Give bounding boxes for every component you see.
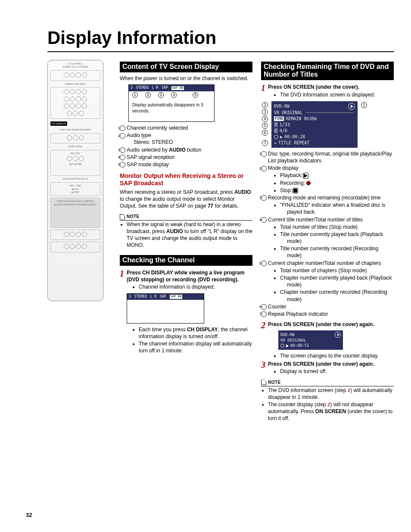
legend-text: Current chapter number/Total number of c… bbox=[268, 260, 381, 266]
bullet: Total number of titles (Stop mode) bbox=[280, 224, 394, 230]
osd-lr: L R bbox=[152, 86, 158, 90]
mode-label: Recording: bbox=[280, 180, 305, 186]
dvd-recmode: FINE bbox=[274, 116, 284, 121]
osd-channel-box: 3 STEREO L R SAP SAP ON 1 2 3 4 5 Displa… bbox=[128, 84, 215, 122]
remote-row: COLOR BUTTON A B C D bbox=[50, 177, 101, 180]
note-label: NOTE bbox=[127, 214, 140, 220]
step-lead: Press CH DISPLAY while viewing a live pr… bbox=[127, 269, 252, 283]
ptr-1: 1 bbox=[132, 92, 138, 98]
remote-lbl: FUNCTION ANGLE AUDIO SUBTITLE bbox=[52, 200, 99, 203]
section-content-tv-display: Content of TV Screen Display bbox=[120, 62, 252, 72]
rec-icon bbox=[306, 181, 311, 185]
bullet: Chapter number currently recorded (Recor… bbox=[280, 289, 394, 302]
remote-lbl: ▶PLAY bbox=[72, 188, 79, 190]
content-columns: Content of TV Screen Display When the po… bbox=[120, 60, 394, 423]
callout-2: 2 bbox=[262, 102, 268, 108]
bullet: Chapter number currently played back (Pl… bbox=[280, 274, 394, 288]
remote-group bbox=[50, 70, 100, 81]
dvd-chapter-count: 4/6 bbox=[280, 128, 287, 134]
osd-bar: 3 STEREO L R SAP SAP ON bbox=[127, 294, 204, 300]
osd-lr: L R bbox=[150, 295, 156, 299]
text-span: Press bbox=[268, 361, 283, 367]
osd-stereo: STEREO bbox=[134, 295, 147, 299]
osd-bar: 3 STEREO L R SAP SAP ON bbox=[129, 85, 214, 91]
play-icon bbox=[286, 344, 289, 348]
remote-lbl: REV bbox=[70, 184, 74, 187]
remote-lbl: REC LIST bbox=[52, 152, 99, 155]
osd-channel-num: 3 bbox=[129, 295, 131, 299]
bullet: Total number of chapters (Stop mode) bbox=[280, 267, 394, 274]
dvd-chapter-tag: C bbox=[274, 128, 278, 133]
text-span: Press bbox=[268, 321, 283, 327]
bullet: Title number currently played back (Play… bbox=[280, 231, 394, 245]
legend-text: Recording mode and remaining (recordable… bbox=[268, 195, 380, 201]
note-item: The DVD information screen (step 1) will… bbox=[268, 387, 394, 401]
step-body: Press ON SCREEN (under the cover) again.… bbox=[268, 361, 394, 375]
osd-sap-on: SAP ON bbox=[170, 295, 182, 299]
remote-row: OPEN/CLOSE INPUT bbox=[50, 83, 101, 86]
callout-6: 6 bbox=[262, 130, 268, 136]
legend-text: Counter bbox=[268, 304, 286, 310]
mode-line: Recording: bbox=[280, 180, 394, 187]
bullet: The screen changes to the counter displa… bbox=[280, 352, 394, 359]
step-2: 2 Press ON SCREEN (under the cover) agai… bbox=[261, 321, 394, 360]
play-icon bbox=[304, 174, 308, 178]
osd-channel-num: 3 bbox=[131, 86, 133, 90]
callout-7: 7 bbox=[262, 140, 268, 146]
dvd-format: VR ORIGINAL bbox=[280, 338, 341, 343]
play-indicator-icon bbox=[348, 103, 355, 110]
ch-display-ref: CH DISPLAY bbox=[187, 327, 218, 333]
callout-3: 3 bbox=[262, 109, 268, 115]
on-screen-ref: ON SCREEN bbox=[283, 84, 314, 90]
text-span: When receiving a stereo or SAP broadcast… bbox=[120, 189, 234, 195]
remote-lbl: AV AUTO CHAPTER ON SCREEN DISPLAY bbox=[52, 203, 99, 206]
bullet: Title number currently recorded (Recordi… bbox=[280, 245, 394, 259]
list-item: 4Current title number/Total number of ti… bbox=[261, 216, 394, 259]
audio-button-ref: AUDIO bbox=[166, 228, 183, 234]
step-3: 3 Press ON SCREEN (under the cover) agai… bbox=[261, 361, 394, 375]
page-number: 32 bbox=[26, 511, 32, 519]
mode-label: Stop: bbox=[280, 187, 292, 193]
osd-stereo: STEREO bbox=[136, 86, 149, 90]
osd-caption: Display automatically disappears in 3 se… bbox=[129, 100, 214, 121]
list-item: 1Channel currently selected bbox=[120, 124, 252, 131]
callout-1: 1 bbox=[361, 102, 367, 108]
note-heading: NOTE bbox=[261, 380, 394, 386]
on-screen-ref: ON SCREEN bbox=[283, 321, 314, 327]
list-item: 7Repeat Playback indicator bbox=[261, 311, 394, 317]
step-body: Press ON SCREEN (under the cover) again.… bbox=[268, 321, 394, 360]
dvd-disc-type: DVD-RW bbox=[274, 103, 290, 109]
remote-row: START MENU bbox=[50, 145, 101, 148]
legend-text: Disc type, recording format, original ti… bbox=[268, 151, 392, 164]
dvd-counter: 00:00:51 bbox=[290, 343, 309, 348]
list-item: 2Mode display Playback: Recording: Stop: bbox=[261, 165, 394, 194]
remote-nav: REC LIST SET/ ENTER bbox=[50, 150, 100, 176]
legend-text: Audio selected by AUDIO button bbox=[127, 147, 201, 153]
legend-text: Audio type bbox=[127, 132, 151, 138]
callout-5: 5 bbox=[262, 123, 268, 129]
osd-legend-list: 1Channel currently selected 2Audio typeS… bbox=[120, 124, 252, 168]
step-lead: Press ON SCREEN (under the cover) again. bbox=[268, 321, 394, 328]
step-number: 3 bbox=[261, 361, 265, 375]
text-span: Press bbox=[268, 84, 283, 90]
dvd-legend-list: 1Disc type, recording format, original t… bbox=[261, 150, 394, 317]
list-item: 2Audio typeStereo: STEREO bbox=[120, 132, 252, 146]
page-ref: 77 bbox=[208, 203, 213, 209]
dvd-format: VR ORIGINAL bbox=[274, 110, 302, 116]
bullet: "FINALIZED" indicator when a finalized d… bbox=[280, 202, 394, 215]
section-checking-remaining: Checking Remaining Time of DVD and Numbe… bbox=[261, 62, 394, 81]
remote-transport: REV FWD ▶PLAY ■ STOP bbox=[50, 182, 100, 196]
legend-text: Mode display bbox=[268, 165, 299, 171]
section-checking-channel: Checking the Channel bbox=[120, 255, 252, 266]
stop-icon bbox=[293, 189, 297, 193]
step-lead: Press ON SCREEN (under the cover) again. bbox=[268, 361, 394, 367]
step-1: 1 Press CH DISPLAY while viewing a live … bbox=[120, 269, 252, 355]
dvd-info-screen: 2 3 4 5 6 7 1 DVD-RW VR ORIGINAL FINE RE… bbox=[271, 101, 358, 148]
text-span: (under the cover) again. bbox=[314, 361, 374, 367]
mode-label: Playback: bbox=[280, 172, 302, 178]
ch-display-badge: CH DISPLAY bbox=[50, 121, 67, 126]
list-item: 5SAP mode display bbox=[120, 161, 252, 168]
list-item: 5Current chapter number/Total number of … bbox=[261, 260, 394, 303]
on-screen-ref: ON SCREEN bbox=[315, 408, 346, 414]
text-span: Each time you press bbox=[139, 327, 187, 333]
